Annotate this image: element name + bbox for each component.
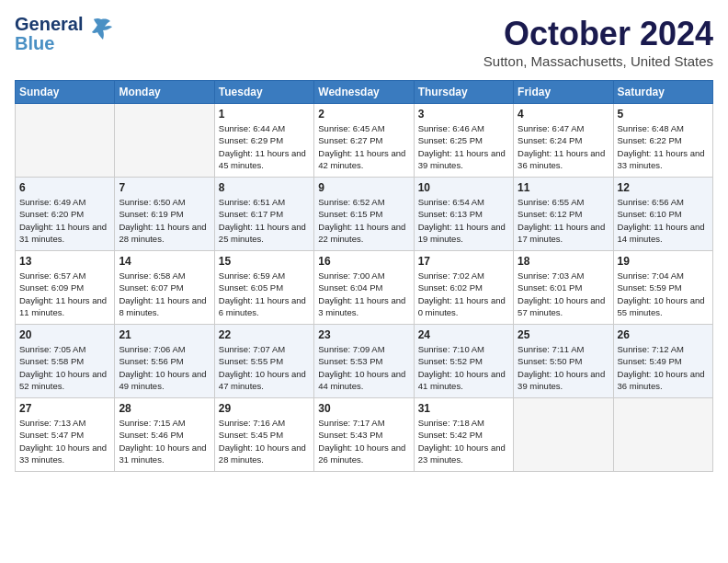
calendar-cell: 1Sunrise: 6:44 AM Sunset: 6:29 PM Daylig… <box>214 104 313 178</box>
calendar-cell: 24Sunrise: 7:10 AM Sunset: 5:52 PM Dayli… <box>414 325 513 398</box>
day-info: Sunrise: 7:03 AM Sunset: 6:01 PM Dayligh… <box>518 270 609 318</box>
calendar-cell: 12Sunrise: 6:56 AM Sunset: 6:10 PM Dayli… <box>613 178 712 251</box>
day-number: 2 <box>318 108 409 121</box>
day-number: 20 <box>19 328 110 341</box>
day-info: Sunrise: 7:09 AM Sunset: 5:53 PM Dayligh… <box>318 343 409 392</box>
day-number: 1 <box>219 108 310 121</box>
weekday-header-row: SundayMondayTuesdayWednesdayThursdayFrid… <box>16 81 713 104</box>
day-info: Sunrise: 6:45 AM Sunset: 6:27 PM Dayligh… <box>318 122 409 171</box>
calendar-cell: 30Sunrise: 7:17 AM Sunset: 5:43 PM Dayli… <box>314 398 414 472</box>
day-number: 13 <box>19 255 110 268</box>
day-number: 24 <box>418 328 509 341</box>
day-info: Sunrise: 6:48 AM Sunset: 6:22 PM Dayligh… <box>618 122 709 171</box>
calendar-cell: 14Sunrise: 6:58 AM Sunset: 6:07 PM Dayli… <box>115 251 214 325</box>
calendar-cell: 16Sunrise: 7:00 AM Sunset: 6:04 PM Dayli… <box>314 251 414 325</box>
calendar-cell: 25Sunrise: 7:11 AM Sunset: 5:50 PM Dayli… <box>514 325 613 398</box>
calendar-week-1: 6Sunrise: 6:49 AM Sunset: 6:20 PM Daylig… <box>16 178 713 251</box>
day-number: 8 <box>219 181 310 194</box>
day-number: 7 <box>119 181 210 194</box>
calendar-cell: 8Sunrise: 6:51 AM Sunset: 6:17 PM Daylig… <box>214 178 313 251</box>
day-number: 12 <box>618 181 709 194</box>
calendar-cell: 22Sunrise: 7:07 AM Sunset: 5:55 PM Dayli… <box>214 325 313 398</box>
day-info: Sunrise: 7:17 AM Sunset: 5:43 PM Dayligh… <box>318 417 409 465</box>
calendar-cell: 7Sunrise: 6:50 AM Sunset: 6:19 PM Daylig… <box>115 178 214 251</box>
calendar-week-2: 13Sunrise: 6:57 AM Sunset: 6:09 PM Dayli… <box>16 251 713 325</box>
calendar-cell: 17Sunrise: 7:02 AM Sunset: 6:02 PM Dayli… <box>414 251 513 325</box>
day-number: 10 <box>418 181 509 194</box>
weekday-header-tuesday: Tuesday <box>214 81 313 104</box>
day-number: 28 <box>119 402 210 415</box>
calendar-cell: 10Sunrise: 6:54 AM Sunset: 6:13 PM Dayli… <box>414 178 513 251</box>
day-number: 26 <box>618 328 709 341</box>
calendar-cell: 29Sunrise: 7:16 AM Sunset: 5:45 PM Dayli… <box>214 398 313 472</box>
calendar-cell: 15Sunrise: 6:59 AM Sunset: 6:05 PM Dayli… <box>214 251 313 325</box>
day-info: Sunrise: 7:10 AM Sunset: 5:52 PM Dayligh… <box>418 343 509 392</box>
day-number: 23 <box>318 328 409 341</box>
day-info: Sunrise: 7:00 AM Sunset: 6:04 PM Dayligh… <box>318 270 409 318</box>
calendar-cell: 2Sunrise: 6:45 AM Sunset: 6:27 PM Daylig… <box>314 104 414 178</box>
day-number: 11 <box>518 181 609 194</box>
logo-blue: Blue <box>15 34 83 53</box>
day-info: Sunrise: 7:06 AM Sunset: 5:56 PM Dayligh… <box>119 343 210 392</box>
day-info: Sunrise: 6:54 AM Sunset: 6:13 PM Dayligh… <box>418 196 509 245</box>
day-info: Sunrise: 6:51 AM Sunset: 6:17 PM Dayligh… <box>219 196 310 245</box>
calendar-week-3: 20Sunrise: 7:05 AM Sunset: 5:58 PM Dayli… <box>16 325 713 398</box>
day-number: 6 <box>19 181 110 194</box>
title-block: October 2024 Sutton, Massachusetts, Unit… <box>483 15 713 69</box>
calendar-cell: 6Sunrise: 6:49 AM Sunset: 6:20 PM Daylig… <box>16 178 115 251</box>
header: General Blue October 2024 Sutton, Massac… <box>15 15 713 69</box>
day-number: 31 <box>418 402 509 415</box>
day-number: 25 <box>518 328 609 341</box>
calendar-cell <box>613 398 712 472</box>
logo: General Blue <box>15 15 114 53</box>
weekday-header-thursday: Thursday <box>414 81 513 104</box>
weekday-header-monday: Monday <box>115 81 214 104</box>
logo-bird-icon <box>88 16 114 49</box>
calendar-cell: 31Sunrise: 7:18 AM Sunset: 5:42 PM Dayli… <box>414 398 513 472</box>
calendar-cell: 27Sunrise: 7:13 AM Sunset: 5:47 PM Dayli… <box>16 398 115 472</box>
day-info: Sunrise: 7:02 AM Sunset: 6:02 PM Dayligh… <box>418 270 509 318</box>
day-number: 5 <box>618 108 709 121</box>
calendar-week-0: 1Sunrise: 6:44 AM Sunset: 6:29 PM Daylig… <box>16 104 713 178</box>
day-info: Sunrise: 6:55 AM Sunset: 6:12 PM Dayligh… <box>518 196 609 245</box>
day-number: 17 <box>418 255 509 268</box>
day-number: 22 <box>219 328 310 341</box>
day-number: 30 <box>318 402 409 415</box>
weekday-header-wednesday: Wednesday <box>314 81 414 104</box>
calendar-cell: 20Sunrise: 7:05 AM Sunset: 5:58 PM Dayli… <box>16 325 115 398</box>
calendar-table: SundayMondayTuesdayWednesdayThursdayFrid… <box>15 80 713 472</box>
day-number: 19 <box>618 255 709 268</box>
calendar-cell: 23Sunrise: 7:09 AM Sunset: 5:53 PM Dayli… <box>314 325 414 398</box>
day-info: Sunrise: 7:11 AM Sunset: 5:50 PM Dayligh… <box>518 343 609 392</box>
calendar-cell: 21Sunrise: 7:06 AM Sunset: 5:56 PM Dayli… <box>115 325 214 398</box>
day-info: Sunrise: 6:58 AM Sunset: 6:07 PM Dayligh… <box>119 270 210 318</box>
calendar-cell: 28Sunrise: 7:15 AM Sunset: 5:46 PM Dayli… <box>115 398 214 472</box>
logo-general: General <box>15 15 83 34</box>
day-info: Sunrise: 7:13 AM Sunset: 5:47 PM Dayligh… <box>19 417 110 465</box>
calendar-cell: 19Sunrise: 7:04 AM Sunset: 5:59 PM Dayli… <box>613 251 712 325</box>
day-number: 16 <box>318 255 409 268</box>
calendar-cell: 3Sunrise: 6:46 AM Sunset: 6:25 PM Daylig… <box>414 104 513 178</box>
location: Sutton, Massachusetts, United States <box>483 53 713 69</box>
calendar-cell: 4Sunrise: 6:47 AM Sunset: 6:24 PM Daylig… <box>514 104 613 178</box>
calendar-cell: 11Sunrise: 6:55 AM Sunset: 6:12 PM Dayli… <box>514 178 613 251</box>
weekday-header-friday: Friday <box>514 81 613 104</box>
weekday-header-sunday: Sunday <box>16 81 115 104</box>
day-info: Sunrise: 7:04 AM Sunset: 5:59 PM Dayligh… <box>618 270 709 318</box>
day-number: 3 <box>418 108 509 121</box>
day-number: 21 <box>119 328 210 341</box>
day-info: Sunrise: 6:52 AM Sunset: 6:15 PM Dayligh… <box>318 196 409 245</box>
calendar-cell: 26Sunrise: 7:12 AM Sunset: 5:49 PM Dayli… <box>613 325 712 398</box>
day-info: Sunrise: 7:05 AM Sunset: 5:58 PM Dayligh… <box>19 343 110 392</box>
day-number: 9 <box>318 181 409 194</box>
day-info: Sunrise: 7:18 AM Sunset: 5:42 PM Dayligh… <box>418 417 509 465</box>
day-number: 18 <box>518 255 609 268</box>
calendar-cell <box>514 398 613 472</box>
day-info: Sunrise: 6:57 AM Sunset: 6:09 PM Dayligh… <box>19 270 110 318</box>
day-info: Sunrise: 6:44 AM Sunset: 6:29 PM Dayligh… <box>219 122 310 171</box>
day-info: Sunrise: 6:56 AM Sunset: 6:10 PM Dayligh… <box>618 196 709 245</box>
calendar-week-4: 27Sunrise: 7:13 AM Sunset: 5:47 PM Dayli… <box>16 398 713 472</box>
day-info: Sunrise: 7:12 AM Sunset: 5:49 PM Dayligh… <box>618 343 709 392</box>
day-info: Sunrise: 6:47 AM Sunset: 6:24 PM Dayligh… <box>518 122 609 171</box>
calendar-cell: 13Sunrise: 6:57 AM Sunset: 6:09 PM Dayli… <box>16 251 115 325</box>
